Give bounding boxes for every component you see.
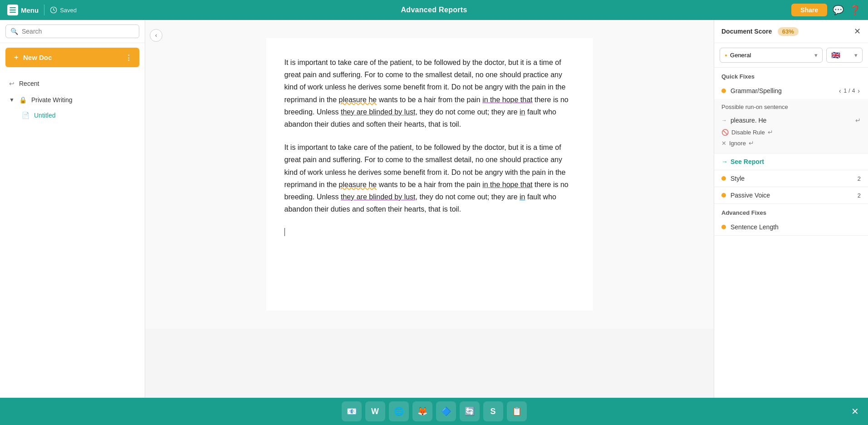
header-divider: [44, 5, 44, 15]
untitled-label: Untitled: [34, 112, 55, 119]
general-dot-icon: ●: [725, 53, 727, 58]
menu-button[interactable]: Menu: [7, 5, 39, 15]
grammar-prev-button[interactable]: ‹: [838, 87, 842, 94]
style-category[interactable]: Style 2: [714, 170, 868, 187]
grammar-detail: Possible run-on sentence → pleasure. He …: [714, 99, 868, 153]
saved-status: Saved: [50, 6, 77, 14]
right-panel: Document Score 63% ✕ ● General ▾ 🇬🇧 ▾ Qu…: [714, 20, 868, 425]
paragraph-2: It is important to take care of the pati…: [284, 141, 575, 215]
sidebar-section-private[interactable]: ▼ 🔒 Private Writing: [0, 92, 145, 108]
more-options-icon: ⋮: [125, 54, 132, 62]
disable-rule-apply-icon[interactable]: ↵: [768, 128, 773, 136]
sidebar-item-recent[interactable]: ↩ Recent: [0, 75, 145, 92]
outlook-icon: 📧: [347, 406, 357, 416]
taskbar-app-edge[interactable]: 🔷: [436, 401, 456, 421]
taskbar: 📧 W 🌐 🦊 🔷 🔄 S 📋 ✕: [0, 398, 868, 425]
messages-icon[interactable]: 💬: [833, 5, 844, 15]
editor-wrapper: It is important to take care of the pati…: [266, 38, 593, 311]
ignore-apply-icon[interactable]: ↵: [749, 139, 754, 147]
grammar-total: 4: [852, 88, 855, 94]
advanced-fixes-title: Advanced Fixes: [714, 204, 868, 219]
taskbar-app-chrome[interactable]: 🌐: [389, 401, 409, 421]
sidebar: 🔍 ＋ New Doc ⋮ ↩ Recent ▼ 🔒 Private Writi…: [0, 20, 145, 425]
disable-rule-action[interactable]: 🚫 Disable Rule ↵: [721, 127, 861, 138]
recent-label: Recent: [19, 80, 39, 87]
private-writing-label: Private Writing: [31, 96, 73, 104]
sentence-length-category[interactable]: Sentence Length: [714, 219, 868, 236]
style-dot-icon: [721, 176, 726, 181]
highlight-they-are-blinded-2: they are blinded by lust: [341, 193, 416, 201]
suggestion-arrow-icon: →: [721, 117, 727, 124]
grammar-current: 1: [844, 88, 847, 94]
grammar-spelling-label: Grammar/Spelling: [731, 87, 782, 94]
fix-suggestion: → pleasure. He ↵: [721, 114, 861, 127]
header-right: Share 💬 ❓: [791, 4, 861, 16]
grammar-next-button[interactable]: ›: [857, 87, 861, 94]
recent-icon: ↩: [9, 80, 15, 87]
ignore-action[interactable]: ✕ Ignore ↵: [721, 138, 861, 148]
editor-area[interactable]: It is important to take care of the pati…: [145, 20, 714, 329]
language-dropdown[interactable]: 🇬🇧 ▾: [826, 48, 863, 63]
passive-voice-category[interactable]: Passive Voice 2: [714, 187, 868, 204]
saved-label: Saved: [60, 7, 77, 14]
passive-voice-label: Passive Voice: [731, 192, 770, 199]
close-panel-button[interactable]: ✕: [854, 26, 861, 36]
taskbar-app-word[interactable]: W: [365, 401, 385, 421]
lock-icon: 🔒: [19, 96, 27, 104]
general-dropdown[interactable]: ● General ▾: [720, 48, 823, 63]
taskbar-app-firefox[interactable]: 🦊: [412, 401, 432, 421]
header: Menu Saved Advanced Reports Share 💬 ❓: [0, 0, 868, 20]
see-report-arrow-icon: →: [721, 158, 728, 165]
disable-rule-label: Disable Rule: [731, 129, 765, 136]
passive-voice-count: 2: [858, 192, 861, 199]
chevron-down-icon: ▼: [9, 97, 15, 103]
new-doc-button[interactable]: ＋ New Doc ⋮: [5, 48, 139, 67]
taskbar-app-app5[interactable]: 🔄: [460, 401, 480, 421]
highlight-in-1: in: [520, 108, 525, 116]
score-badge: 63%: [778, 27, 799, 36]
taskbar-app-app7[interactable]: 📋: [507, 401, 527, 421]
grammar-nav: ‹ 1/4 ›: [838, 87, 861, 94]
paragraph-1: It is important to take care of the pati…: [284, 56, 575, 130]
main-layout: 🔍 ＋ New Doc ⋮ ↩ Recent ▼ 🔒 Private Writi…: [0, 0, 868, 425]
doc-score-section: Document Score 63%: [721, 27, 799, 35]
taskbar-app-app6[interactable]: S: [483, 401, 503, 421]
grammar-dot-icon: [721, 89, 726, 93]
firefox-icon: 🦊: [417, 406, 427, 416]
highlight-pleasure-he-2: pleasure he: [339, 181, 377, 188]
word-icon: W: [371, 407, 379, 416]
taskbar-app-outlook[interactable]: 📧: [342, 401, 362, 421]
collapse-sidebar-button[interactable]: ‹: [150, 29, 162, 42]
highlight-they-are-blinded-1: they are blinded by lust: [341, 108, 416, 116]
panel-controls: ● General ▾ 🇬🇧 ▾: [714, 43, 868, 68]
app5-icon: 🔄: [465, 406, 475, 416]
language-flag: 🇬🇧: [831, 51, 840, 59]
highlight-in-the-hope-that-2: in the hope that: [482, 181, 532, 188]
grammar-spelling-header[interactable]: Grammar/Spelling ‹ 1/4 ›: [714, 83, 868, 99]
disable-rule-icon: 🚫: [721, 129, 729, 136]
see-report-label: See Report: [731, 158, 764, 165]
file-icon: 📄: [22, 112, 29, 119]
search-box[interactable]: 🔍: [5, 25, 139, 38]
see-report-button[interactable]: → See Report: [714, 153, 868, 170]
help-icon[interactable]: ❓: [849, 5, 861, 15]
plus-icon: ＋: [13, 53, 20, 62]
suggestion-apply-icon[interactable]: ↵: [855, 117, 861, 124]
menu-label: Menu: [21, 6, 39, 14]
share-button[interactable]: Share: [791, 4, 827, 16]
suggestion-text: pleasure. He: [731, 117, 766, 124]
editor-content[interactable]: It is important to take care of the pati…: [266, 38, 593, 311]
style-label: Style: [731, 175, 745, 182]
search-input[interactable]: [22, 28, 134, 35]
cursor-line: [284, 226, 575, 238]
document-score-label: Document Score: [721, 28, 772, 35]
ignore-icon: ✕: [721, 140, 726, 147]
taskbar-close-button[interactable]: ✕: [851, 406, 859, 417]
chrome-icon: 🌐: [394, 406, 404, 416]
style-count: 2: [858, 175, 861, 182]
sidebar-nav: ↩ Recent ▼ 🔒 Private Writing 📄 Untitled: [0, 72, 145, 126]
quick-fixes-title: Quick Fixes: [714, 68, 868, 83]
sidebar-item-untitled[interactable]: 📄 Untitled: [0, 108, 145, 123]
panel-header: Document Score 63% ✕: [714, 20, 868, 43]
highlight-pleasure-he-1: pleasure he: [339, 96, 377, 104]
